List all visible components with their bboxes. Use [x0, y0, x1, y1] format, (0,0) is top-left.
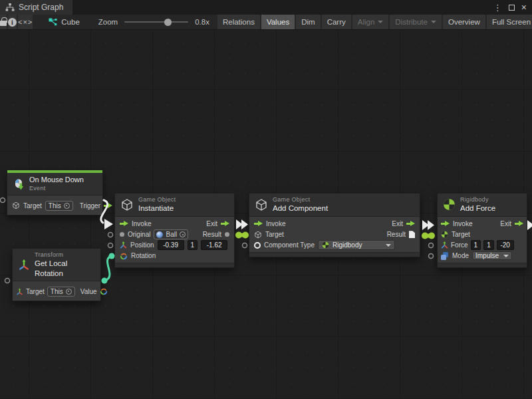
distribute-button[interactable]: Distribute	[390, 15, 442, 29]
position-y-field[interactable]: 1	[188, 240, 198, 250]
flow-output-port[interactable]	[515, 221, 523, 227]
transform-icon	[16, 288, 23, 295]
flow-output-port[interactable]	[221, 221, 229, 227]
title-bar: Script Graph ⋮ ×	[0, 0, 532, 15]
flow-input-port[interactable]	[254, 221, 263, 227]
invoke-port-label: Invoke	[266, 220, 285, 227]
trigger-port-label: Trigger	[80, 202, 100, 209]
tab-script-graph[interactable]: Script Graph	[0, 0, 72, 15]
target-value: This	[51, 288, 63, 295]
zoom-control: Zoom 0.8x	[98, 15, 213, 29]
rigidbody-icon	[441, 231, 448, 238]
wire-value-to-rotation[interactable]	[104, 256, 111, 281]
zoom-slider-thumb[interactable]	[164, 19, 172, 26]
align-button[interactable]: Align	[352, 15, 389, 29]
flow-input-port[interactable]	[441, 221, 450, 227]
zoom-slider[interactable]	[124, 21, 188, 23]
graph-canvas[interactable]: On Mouse Down Event Target This Trigger	[0, 30, 532, 399]
position-port-label: Position	[130, 241, 154, 249]
flow-link-arrow-icon[interactable]	[527, 220, 532, 230]
type-input-port[interactable]	[254, 242, 261, 249]
node-add-force[interactable]: Rigidbody Add Force Invoke Exit Target	[437, 193, 527, 268]
wire-end-dot-icon	[102, 278, 108, 284]
target-value: This	[49, 202, 61, 209]
node-subtitle: Event	[29, 185, 84, 192]
info-icon: i	[8, 18, 17, 27]
value-input-port[interactable]	[120, 232, 124, 237]
flow-link-arrow-icon[interactable]	[236, 219, 243, 229]
fullscreen-button[interactable]: Full Screen	[487, 15, 532, 29]
component-type-label: Component Type	[264, 241, 315, 249]
component-type-dropdown[interactable]: Rigidbody	[318, 240, 395, 250]
node-footer	[438, 263, 527, 267]
input-port-ring[interactable]	[429, 254, 434, 259]
flow-input-port[interactable]	[120, 221, 128, 227]
maximize-icon[interactable]	[509, 5, 515, 11]
force-port-label: Force	[451, 241, 468, 249]
flow-output-port[interactable]	[406, 221, 415, 227]
chevron-down-icon	[431, 21, 436, 23]
mode-dropdown[interactable]: Impulse	[472, 251, 512, 260]
target-port-label: Target	[265, 231, 284, 238]
script-graph-icon	[49, 18, 57, 27]
flow-output-port[interactable]	[104, 203, 112, 209]
target-value-chip[interactable]: This	[45, 201, 73, 211]
input-port-ring[interactable]	[243, 243, 247, 248]
overview-button[interactable]: Overview	[443, 15, 485, 29]
code-icon: <×>	[18, 18, 33, 26]
toolbar-buttons: Relations Values Dim Carry Align Distrib…	[217, 15, 532, 29]
node-instantiate[interactable]: Game Object Instantiate Invoke Exit Orig…	[114, 193, 235, 268]
flow-link-arrow-icon[interactable]	[428, 220, 434, 230]
node-on-mouse-down[interactable]: On Mouse Down Event Target This Trigger	[7, 170, 103, 215]
window-menu-icon[interactable]: ⋮	[493, 3, 502, 12]
force-z-field[interactable]: -20	[497, 240, 514, 250]
original-value-chip[interactable]: Ball	[154, 229, 188, 239]
close-icon[interactable]: ×	[521, 3, 527, 12]
object-picker-icon[interactable]	[180, 231, 186, 237]
force-y-field[interactable]: 1	[483, 240, 494, 250]
rotation-port-label: Rotation	[131, 252, 156, 259]
node-subtitle: Game Object	[273, 196, 328, 203]
rotation-icon	[120, 252, 128, 260]
relations-button[interactable]: Relations	[217, 15, 260, 29]
node-header: Rigidbody Add Force	[438, 194, 527, 217]
exit-port-label: Exit	[392, 220, 403, 227]
graph-reference[interactable]: Cube	[49, 15, 80, 29]
flow-link-arrow-icon[interactable]	[241, 219, 248, 229]
tab-label: Script Graph	[19, 3, 63, 12]
input-port-ring[interactable]	[429, 243, 434, 248]
node-get-local-rotation[interactable]: Transform Get Local Rotation Target This…	[12, 248, 101, 301]
position-z-field[interactable]: -1.62	[201, 240, 227, 250]
input-port-ring[interactable]	[1, 198, 5, 203]
value-link-dot-icon	[235, 232, 242, 239]
value-output-port[interactable]	[225, 232, 229, 237]
node-header: Transform Get Local Rotation	[13, 249, 100, 281]
rotation-icon[interactable]	[100, 287, 108, 295]
carry-button[interactable]: Carry	[322, 15, 351, 29]
game-object-icon	[254, 231, 262, 239]
component-result-icon[interactable]	[409, 231, 415, 238]
flow-link-arrow-icon[interactable]	[422, 220, 429, 230]
lock-button[interactable]	[0, 15, 7, 29]
node-subtitle: Rigidbody	[460, 196, 495, 203]
input-port-ring[interactable]	[108, 233, 113, 237]
transform-icon	[18, 259, 30, 271]
edit-graph-button[interactable]: <×>	[18, 15, 33, 29]
position-x-field[interactable]: -0.39	[158, 240, 184, 250]
values-button[interactable]: Values	[261, 15, 295, 29]
chevron-down-icon	[503, 255, 509, 257]
zoom-label: Zoom	[98, 18, 118, 26]
node-add-component[interactable]: Game Object Add Component Invoke Exit Ta…	[249, 193, 420, 257]
graph-name-label: Cube	[61, 18, 80, 26]
force-axis-icon	[441, 241, 448, 249]
result-port-label: Result	[203, 231, 221, 238]
dim-button[interactable]: Dim	[296, 15, 320, 29]
target-value-chip[interactable]: This	[47, 287, 75, 297]
node-footer	[115, 263, 234, 267]
object-picker-icon[interactable]	[66, 289, 72, 295]
object-picker-icon[interactable]	[64, 203, 70, 209]
inspect-button[interactable]: i	[8, 15, 17, 29]
force-x-field[interactable]: 1	[471, 240, 481, 250]
input-port-ring[interactable]	[5, 279, 10, 283]
input-port-ring[interactable]	[108, 243, 113, 248]
